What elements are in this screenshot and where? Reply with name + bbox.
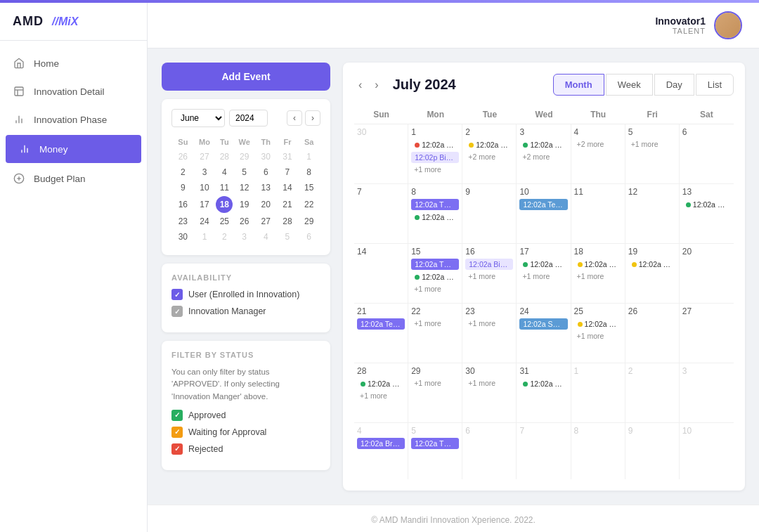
mini-cal-date[interactable]: 27 — [256, 214, 276, 228]
mini-cal-date[interactable]: 26 — [234, 214, 254, 228]
cal-cell[interactable]: 112:02a TE!12:02p Biang Lala+1 more — [408, 124, 462, 184]
sidebar-item-home[interactable]: Home — [0, 49, 147, 77]
cal-event-dot[interactable]: 12:02a TE! — [411, 139, 459, 150]
cal-cell[interactable]: 3112:02a TE! — [517, 363, 571, 423]
cal-cell[interactable]: 512:02a TEST - dpk pertambangan — [408, 423, 462, 479]
cal-cell[interactable]: 22+1 more — [408, 304, 462, 363]
mini-cal-date[interactable]: 6 — [256, 165, 276, 179]
cal-cell[interactable]: 7 — [354, 184, 408, 244]
cal-event-dot[interactable]: 12:02a Bia — [411, 212, 459, 223]
view-tab-week[interactable]: Week — [606, 74, 653, 96]
cal-cell[interactable]: 1012:02a Team Prometheus — [517, 184, 571, 244]
more-link[interactable]: +1 more — [411, 318, 459, 328]
cal-event-dot[interactable]: 12:02a TE! — [574, 318, 622, 330]
cal-cell[interactable]: 1812:02a TE!+1 more — [571, 244, 625, 304]
cal-cell[interactable]: 1312:02a Sut — [680, 184, 734, 244]
more-link[interactable]: +1 more — [465, 318, 513, 328]
mini-cal-date[interactable]: 2 — [216, 230, 233, 244]
mini-cal-date[interactable]: 5 — [278, 230, 298, 244]
cal-cell[interactable]: 29+1 more — [408, 363, 462, 423]
mini-cal-date[interactable]: 5 — [234, 165, 254, 179]
cal-cell[interactable]: 10 — [680, 423, 734, 479]
cal-prev-btn[interactable]: ‹ — [354, 76, 366, 94]
more-link[interactable]: +1 more — [628, 139, 676, 149]
cal-event-dot[interactable]: 12:02a TE! — [465, 139, 513, 150]
cal-cell[interactable]: 2112:02a Team Prometheus — [354, 304, 408, 363]
mini-cal-date[interactable]: 22 — [299, 196, 319, 213]
cal-cell[interactable]: 1912:02a TE! — [625, 244, 680, 304]
sidebar-item-money[interactable]: Money — [6, 135, 141, 163]
mini-cal-date[interactable]: 25 — [216, 214, 233, 228]
mini-cal-date[interactable]: 19 — [234, 196, 254, 213]
cal-cell[interactable]: 1512:02a TEST - dpk pertambangan12:02a P… — [408, 244, 462, 304]
filter-checkbox-waiting[interactable]: ✓ — [171, 427, 183, 438]
mini-cal-date[interactable]: 30 — [256, 150, 276, 164]
cal-cell[interactable]: 9 — [462, 184, 517, 244]
mini-cal-date[interactable]: 23 — [173, 214, 193, 228]
cal-cell[interactable]: 4+2 more — [571, 124, 625, 184]
mini-cal-date[interactable]: 14 — [278, 181, 298, 195]
mini-cal-date[interactable]: 2 — [173, 165, 193, 179]
mini-cal-date[interactable]: 12 — [234, 181, 254, 195]
cal-cell[interactable]: 1612:02a Biang Lala+1 more — [462, 244, 517, 304]
sidebar-item-budget-plan[interactable]: Budget Plan — [0, 164, 147, 193]
more-link[interactable]: +1 more — [574, 331, 622, 341]
cal-cell[interactable]: 12 — [625, 184, 680, 244]
mini-cal-date[interactable]: 4 — [256, 230, 276, 244]
more-link[interactable]: +1 more — [411, 284, 459, 294]
mini-cal-date[interactable]: 31 — [278, 150, 298, 164]
mini-cal-date[interactable]: 4 — [216, 165, 233, 179]
more-link[interactable]: +1 more — [357, 391, 405, 401]
mini-cal-date[interactable]: 27 — [195, 150, 215, 164]
cal-cell[interactable]: 812:02a TEST - dpk pertambanga12:02a Bia — [408, 184, 462, 244]
cal-event-dot[interactable]: 12:02a TE! — [574, 259, 622, 270]
cal-cell[interactable]: 1712:02a Bia+1 more — [517, 244, 571, 304]
cal-cell[interactable]: 312:02a TE!+2 more — [517, 124, 571, 184]
sidebar-item-innovation-phase[interactable]: Innovation Phase — [0, 105, 147, 134]
mini-cal-date[interactable]: 30 — [173, 230, 193, 244]
cal-cell[interactable]: 30+1 more — [462, 363, 517, 423]
cal-cell[interactable]: 6 — [680, 124, 734, 184]
cal-cell[interactable]: 2512:02a TE!+1 more — [571, 304, 625, 363]
cal-cell[interactable]: 11 — [571, 184, 625, 244]
cal-event-dot[interactable]: 12:02a Dongeng si Pandai — [357, 378, 405, 389]
mini-cal-date[interactable]: 9 — [173, 181, 193, 195]
cal-cell[interactable]: 412:02a Branch Monitoring System — [354, 423, 408, 479]
cal-cell[interactable]: 1 — [571, 363, 625, 423]
mini-cal-next-btn[interactable]: › — [305, 110, 320, 126]
mini-cal-date[interactable]: 15 — [299, 181, 319, 195]
mini-cal-date[interactable]: 28 — [216, 150, 233, 164]
cal-cell[interactable]: 27 — [680, 304, 734, 363]
cal-event-dot[interactable]: 12:02a Par — [411, 271, 459, 283]
mini-cal-date[interactable]: 6 — [299, 230, 319, 244]
year-input[interactable] — [229, 110, 268, 126]
mini-cal-date[interactable]: 1 — [299, 150, 319, 164]
mini-cal-date[interactable]: 29 — [234, 150, 254, 164]
mini-cal-date[interactable]: 28 — [278, 214, 298, 228]
cal-cell[interactable]: 8 — [571, 423, 625, 479]
sidebar-item-innovation-detail[interactable]: Innovation Detail — [0, 77, 147, 105]
mini-cal-date[interactable]: 18 — [216, 196, 233, 213]
more-link[interactable]: +1 more — [574, 271, 622, 281]
view-tab-day[interactable]: Day — [654, 74, 694, 96]
avail-checkbox-manager[interactable]: ✓ — [171, 306, 183, 317]
cal-cell[interactable]: 6 — [462, 423, 517, 479]
cal-event-purple[interactable]: 12:02a TEST - dpk pertambangan — [411, 259, 459, 270]
mini-cal-date[interactable]: 10 — [195, 181, 215, 195]
mini-cal-date[interactable]: 24 — [195, 214, 215, 228]
mini-cal-date[interactable]: 20 — [256, 196, 276, 213]
cal-event-purple[interactable]: 12:02a TEST - dpk pertambangan — [411, 438, 459, 449]
mini-cal-date[interactable]: 1 — [195, 230, 215, 244]
more-link[interactable]: +1 more — [411, 378, 459, 388]
mini-cal-date[interactable]: 3 — [195, 165, 215, 179]
cal-event-dot[interactable]: 12:02a Sut — [682, 199, 731, 210]
cal-event-light[interactable]: 12:02a Biang Lala — [465, 259, 513, 270]
mini-cal-date[interactable]: 13 — [256, 181, 276, 195]
more-link[interactable]: +2 more — [574, 139, 622, 149]
cal-event-purple[interactable]: 12:02a Team Prometheus — [357, 318, 405, 330]
more-link[interactable]: +1 more — [465, 378, 513, 388]
more-link[interactable]: +2 more — [519, 152, 567, 162]
cal-cell[interactable]: 20 — [680, 244, 734, 304]
view-tab-list[interactable]: List — [696, 74, 734, 96]
mini-cal-prev-btn[interactable]: ‹ — [287, 110, 302, 126]
